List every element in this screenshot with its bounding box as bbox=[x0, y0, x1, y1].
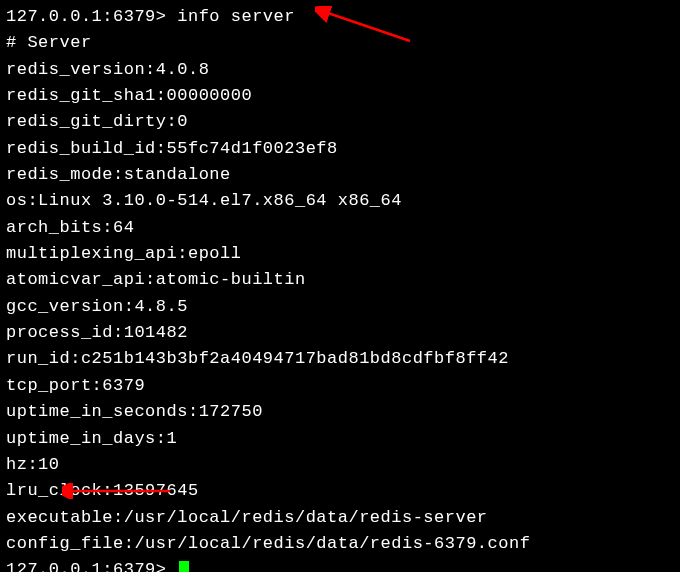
info-hz: hz:10 bbox=[6, 452, 674, 478]
info-uptime-days: uptime_in_days:1 bbox=[6, 426, 674, 452]
prompt-line[interactable]: 127.0.0.1:6379> bbox=[6, 557, 674, 572]
prompt: 127.0.0.1:6379> bbox=[6, 560, 177, 572]
typed-command: info server bbox=[177, 7, 295, 26]
prompt: 127.0.0.1:6379> bbox=[6, 7, 177, 26]
terminal-output: 127.0.0.1:6379> info server # Server red… bbox=[6, 4, 674, 572]
info-executable: executable:/usr/local/redis/data/redis-s… bbox=[6, 505, 674, 531]
info-redis-build-id: redis_build_id:55fc74d1f0023ef8 bbox=[6, 136, 674, 162]
info-uptime-seconds: uptime_in_seconds:172750 bbox=[6, 399, 674, 425]
info-config-file: config_file:/usr/local/redis/data/redis-… bbox=[6, 531, 674, 557]
info-lru-clock: lru_clock:13597645 bbox=[6, 478, 674, 504]
cursor-icon bbox=[179, 561, 189, 572]
info-multiplexing-api: multiplexing_api:epoll bbox=[6, 241, 674, 267]
section-header: # Server bbox=[6, 30, 674, 56]
info-atomicvar-api: atomicvar_api:atomic-builtin bbox=[6, 267, 674, 293]
info-redis-version: redis_version:4.0.8 bbox=[6, 57, 674, 83]
info-run-id: run_id:c251b143b3bf2a40494717bad81bd8cdf… bbox=[6, 346, 674, 372]
info-os: os:Linux 3.10.0-514.el7.x86_64 x86_64 bbox=[6, 188, 674, 214]
info-tcp-port: tcp_port:6379 bbox=[6, 373, 674, 399]
info-arch-bits: arch_bits:64 bbox=[6, 215, 674, 241]
info-gcc-version: gcc_version:4.8.5 bbox=[6, 294, 674, 320]
info-redis-git-dirty: redis_git_dirty:0 bbox=[6, 109, 674, 135]
command-line: 127.0.0.1:6379> info server bbox=[6, 4, 674, 30]
info-redis-git-sha1: redis_git_sha1:00000000 bbox=[6, 83, 674, 109]
info-process-id: process_id:101482 bbox=[6, 320, 674, 346]
info-redis-mode: redis_mode:standalone bbox=[6, 162, 674, 188]
